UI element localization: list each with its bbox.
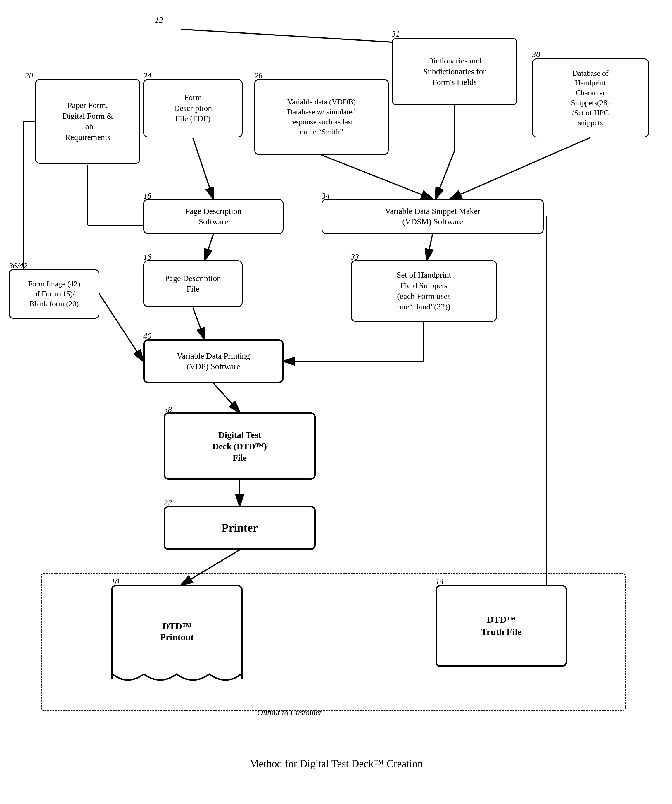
diagram-container: 12 31 Dictionaries and Subdictionaries f…	[0, 0, 672, 804]
form-desc-file-node: Form Description File (FDF)	[143, 79, 243, 137]
output-label: Output to Customer	[257, 708, 322, 717]
variable-data-node: Variable data (VDDB) Database w/ simulat…	[254, 79, 389, 155]
vdsm-node: Variable Data Snippet Maker (VDSM) Softw…	[321, 199, 544, 234]
svg-line-17	[214, 383, 240, 412]
caption: Method for Digital Test Deck™ Creation	[175, 758, 497, 770]
label-12: 12	[155, 15, 163, 25]
svg-line-12	[435, 150, 455, 199]
set-handprint-node: Set of Handprint Field Snippets (each Fo…	[351, 260, 497, 322]
form-image-node: Form Image (42) of Form (15)/ Blank form…	[9, 269, 99, 319]
svg-line-14	[427, 234, 432, 260]
svg-line-4	[193, 138, 214, 199]
page-desc-file-node: Page Description File	[143, 260, 243, 307]
dtd-printout-text-wrapper: DTD™ Printout	[111, 585, 243, 678]
svg-line-10	[321, 155, 432, 199]
label-31: 31	[392, 29, 400, 39]
page-desc-software-node: Page Description Software	[143, 199, 284, 234]
label-30: 30	[532, 50, 540, 59]
vdp-node: Variable Data Printing (VDP) Software	[143, 339, 284, 383]
dtd-file-node: Digital Test Deck (DTD™) File	[164, 412, 316, 480]
dictionaries-node: Dictionaries and Subdictionaries for For…	[392, 38, 517, 105]
label-20: 20	[25, 71, 33, 80]
svg-line-13	[450, 137, 590, 199]
paper-form-node: Paper Form, Digital Form & Job Requireme…	[35, 79, 140, 164]
svg-line-9	[193, 308, 205, 339]
svg-line-8	[96, 289, 143, 361]
svg-line-5	[205, 234, 214, 260]
database-handprint-node: Database of Handprint Character Snippets…	[532, 59, 649, 137]
printer-node: Printer	[164, 506, 316, 550]
dtd-truth-file-node: DTD™ Truth File	[435, 585, 567, 667]
